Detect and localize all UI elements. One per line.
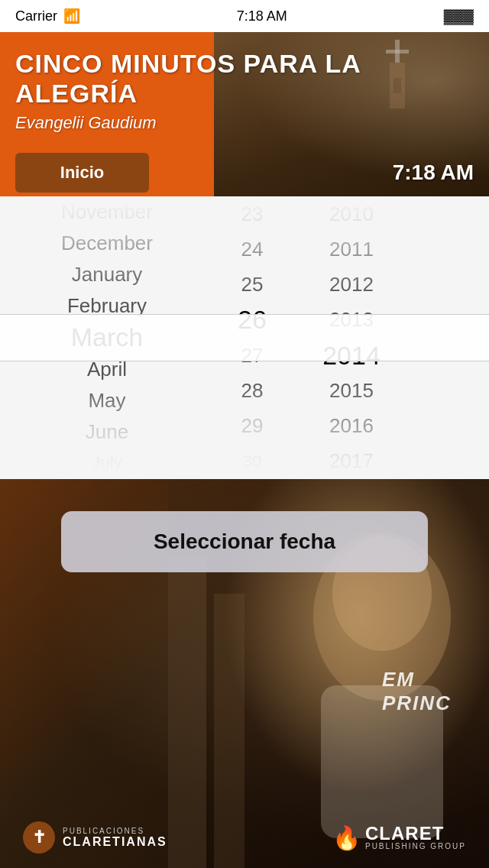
bottom-section: EM PRINC Seleccionar fecha ✝ PUBLICACION… xyxy=(0,479,489,868)
day-item[interactable]: 24 xyxy=(214,232,290,267)
day-selected[interactable]: 26 xyxy=(214,303,290,338)
battery-icon: ▓▓▓ xyxy=(444,8,474,24)
day-item[interactable]: 29 xyxy=(214,409,290,444)
header-clock: 7:18 AM xyxy=(393,160,474,185)
header-banner: CINCO MINUTOS PARA LA ALEGRÍA Evangelii … xyxy=(0,32,489,196)
status-bar: Carrier 📶 7:18 AM ▓▓▓ xyxy=(0,0,489,32)
month-column[interactable]: November December January February March… xyxy=(0,196,214,479)
status-time: 7:18 AM xyxy=(237,8,287,24)
month-item[interactable]: December xyxy=(0,228,214,259)
latin-text: EM PRINC xyxy=(382,668,489,715)
year-item[interactable]: 2013 xyxy=(290,303,413,338)
wifi-icon: 📶 xyxy=(63,8,80,24)
carrier-label: Carrier xyxy=(15,8,57,24)
year-item[interactable]: 2017 xyxy=(290,444,413,479)
footer-bar: ✝ PUBLICACIONES CLARETIANAS 🔥 CLARET PUB… xyxy=(0,807,489,868)
status-left: Carrier 📶 xyxy=(15,8,80,24)
day-item[interactable]: 28 xyxy=(214,373,290,408)
month-item[interactable]: January xyxy=(0,259,214,290)
month-item[interactable]: May xyxy=(0,385,214,416)
year-item[interactable]: 2012 xyxy=(290,267,413,303)
month-selected[interactable]: March xyxy=(0,322,214,353)
claretianas-name: CLARETIANAS xyxy=(63,835,167,849)
inicio-button[interactable]: Inicio xyxy=(15,153,149,193)
year-item[interactable]: 2015 xyxy=(290,373,413,408)
year-item[interactable]: 2010 xyxy=(290,196,413,232)
flame-icon: 🔥 xyxy=(332,824,361,851)
year-selected[interactable]: 2014 xyxy=(290,338,413,373)
day-column[interactable]: 23 24 25 26 27 28 29 30 xyxy=(214,196,290,479)
claret-logo: 🔥 CLARET PUBLISHING GROUP xyxy=(332,824,466,851)
day-item[interactable]: 23 xyxy=(214,196,290,232)
year-item[interactable]: 2011 xyxy=(290,232,413,267)
header-title-block: CINCO MINUTOS PARA LA ALEGRÍA Evangelii … xyxy=(0,32,489,133)
publicaciones-label: PUBLICACIONES xyxy=(63,827,167,835)
month-item[interactable]: June xyxy=(0,416,214,448)
app-title: CINCO MINUTOS PARA LA ALEGRÍA xyxy=(15,49,474,108)
claretianas-logo: ✝ PUBLICACIONES CLARETIANAS xyxy=(23,821,167,853)
month-item[interactable]: November xyxy=(0,196,214,228)
year-item[interactable]: 2016 xyxy=(290,409,413,444)
year-column[interactable]: 2010 2011 2012 2013 2014 2015 2016 2017 xyxy=(290,196,413,479)
claret-tagline: PUBLISHING GROUP xyxy=(365,843,466,850)
select-date-label: Seleccionar fecha xyxy=(154,530,335,554)
day-item[interactable]: 30 xyxy=(214,444,290,479)
picker-columns: November December January February March… xyxy=(0,196,489,479)
app-subtitle: Evangelii Gaudium xyxy=(15,113,474,133)
month-item[interactable]: July xyxy=(0,448,214,479)
header-bottom-bar: Inicio 7:18 AM xyxy=(0,149,489,196)
month-item[interactable]: April xyxy=(0,354,214,385)
claret-brand-name: CLARET xyxy=(365,824,466,843)
claretianas-text-block: PUBLICACIONES CLARETIANAS xyxy=(63,827,167,849)
date-picker[interactable]: November December January February March… xyxy=(0,196,489,479)
status-right: ▓▓▓ xyxy=(444,8,474,24)
month-item[interactable]: February xyxy=(0,290,214,322)
select-date-button[interactable]: Seleccionar fecha xyxy=(61,511,428,572)
day-item[interactable]: 25 xyxy=(214,267,290,303)
day-item[interactable]: 27 xyxy=(214,338,290,373)
claretianas-cross-icon: ✝ xyxy=(23,821,55,853)
claret-name-block: CLARET PUBLISHING GROUP xyxy=(365,824,466,850)
